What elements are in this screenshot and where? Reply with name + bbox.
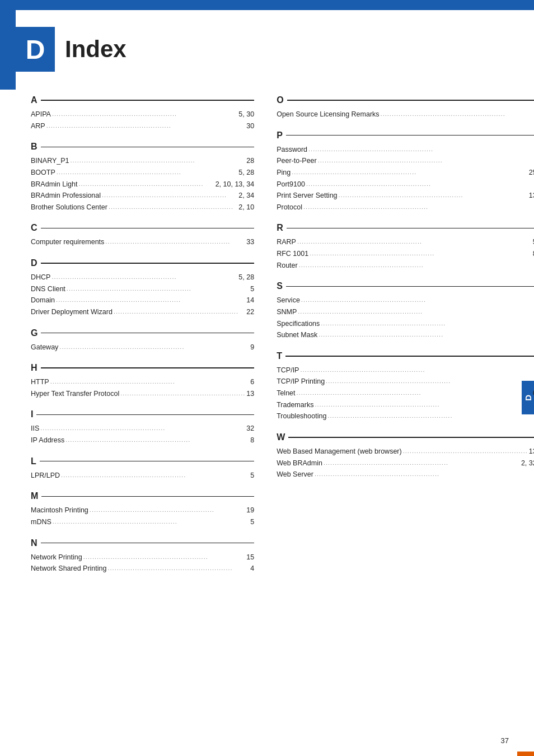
index-entry: Domain .................................…: [31, 295, 254, 306]
section-n: NNetwork Printing ......................…: [31, 538, 254, 575]
index-entry: IP Address .............................…: [31, 435, 254, 446]
entry-dots: ........................................…: [303, 202, 534, 213]
entry-name: Service: [277, 295, 300, 306]
entry-name: Domain: [31, 295, 55, 306]
index-entry: LPR/LPD ................................…: [31, 470, 254, 482]
chapter-letter-box: D: [16, 27, 55, 72]
index-entry: Web BRAdmin ............................…: [277, 458, 534, 469]
entry-name: Specifications: [277, 318, 320, 330]
entry-name: Troubleshooting: [277, 410, 326, 422]
entry-dots: ........................................…: [78, 179, 214, 190]
entry-dots: ........................................…: [109, 202, 237, 213]
section-m: MMacintosh Printing ....................…: [31, 491, 254, 528]
chapter-header: D Index: [16, 10, 262, 88]
entry-name: IIS: [31, 423, 39, 435]
entry-name: Brother Solutions Center: [31, 202, 107, 213]
entry-name: mDNS: [31, 516, 51, 528]
entry-name: DHCP: [31, 272, 50, 283]
entry-name: Gateway: [31, 342, 58, 353]
entry-name: Password: [277, 144, 307, 156]
index-entry: Driver Deployment Wizard ...............…: [31, 306, 254, 318]
section-divider: [286, 135, 534, 136]
index-entry: Gateway ................................…: [31, 342, 254, 353]
entry-page: 30: [246, 120, 254, 132]
entry-name: RFC 1001: [277, 248, 308, 260]
index-entry: BINARY_P1 ..............................…: [31, 155, 254, 167]
section-c: CComputer requirements .................…: [31, 223, 254, 248]
index-entry: DNS Client .............................…: [31, 283, 254, 295]
section-divider: [287, 100, 534, 101]
section-header: R: [277, 223, 534, 233]
entry-page: 4: [250, 563, 254, 575]
index-entry: Telnet .................................…: [277, 388, 534, 399]
section-letter: A: [31, 95, 38, 105]
section-header: H: [31, 363, 254, 373]
bottom-right-accent: [517, 752, 534, 756]
index-entry: ARP ....................................…: [31, 120, 254, 132]
section-header: G: [31, 328, 254, 338]
entry-name: Router: [277, 260, 298, 272]
section-letter: S: [277, 281, 283, 291]
entry-dots: ........................................…: [51, 272, 237, 283]
entry-name: APIPA: [31, 109, 51, 120]
section-d: DDHCP ..................................…: [31, 258, 254, 318]
index-entry: Network Shared Printing ................…: [31, 563, 254, 575]
index-entry: BOOTP ..................................…: [31, 167, 254, 179]
section-divider: [41, 263, 255, 264]
entry-dots: ........................................…: [120, 388, 245, 400]
section-letter: O: [277, 95, 283, 105]
entry-page: 22: [246, 306, 254, 318]
section-letter: I: [31, 409, 33, 419]
section-letter: D: [31, 258, 38, 268]
section-header: B: [31, 142, 254, 152]
section-divider: [40, 461, 254, 462]
left-accent: [0, 0, 16, 90]
index-entry: Specifications .........................…: [277, 318, 534, 330]
section-divider: [41, 147, 255, 148]
entry-dots: ........................................…: [381, 109, 534, 120]
entry-dots: ........................................…: [326, 376, 534, 388]
section-letter: H: [31, 363, 38, 373]
chapter-title: Index: [65, 36, 127, 63]
index-entry: TCP/IP Printing ........................…: [277, 376, 534, 388]
section-header: A: [31, 95, 254, 105]
index-entry: Print Server Setting ...................…: [277, 190, 534, 202]
section-w: WWeb Based Management (web browser) ....…: [277, 432, 534, 480]
entry-dots: ........................................…: [90, 505, 245, 516]
left-column: AAPIPA .................................…: [31, 95, 254, 739]
index-entry: mDNS ...................................…: [31, 516, 254, 528]
entry-dots: ........................................…: [83, 552, 246, 563]
index-entry: BRAdmin Professional ...................…: [31, 190, 254, 202]
index-entry: SNMP ...................................…: [277, 306, 534, 318]
entry-page: 15: [246, 552, 254, 563]
entry-dots: ........................................…: [292, 167, 528, 179]
section-b: BBINARY_P1 .............................…: [31, 142, 254, 213]
entry-page: 33: [246, 236, 254, 248]
entry-dots: ........................................…: [59, 342, 249, 353]
index-entry: Trademarks .............................…: [277, 399, 534, 411]
entry-name: BOOTP: [31, 167, 55, 179]
entry-name: Print Server Setting: [277, 190, 337, 202]
entry-page: 32: [246, 423, 254, 435]
entry-dots: ........................................…: [318, 155, 534, 167]
section-s: SService ...............................…: [277, 281, 534, 341]
entry-page: 6: [250, 376, 254, 388]
entry-dots: ........................................…: [321, 318, 534, 330]
right-column: OOpen Source Licensing Remarks .........…: [277, 95, 534, 739]
entry-name: Web Server: [277, 469, 313, 480]
entry-dots: ........................................…: [327, 410, 534, 422]
entry-dots: ........................................…: [107, 563, 249, 575]
index-entry: RARP ...................................…: [277, 236, 534, 248]
section-header: N: [31, 538, 254, 548]
section-letter: G: [31, 328, 38, 338]
entry-name: Network Printing: [31, 552, 82, 563]
section-header: S: [277, 281, 534, 291]
section-header: I: [31, 409, 254, 419]
entry-dots: ........................................…: [297, 236, 532, 248]
entry-page: 2, 32, 34: [521, 458, 534, 469]
section-l: LLPR/LPD ...............................…: [31, 456, 254, 482]
section-divider: [288, 437, 534, 438]
index-entry: Peer-to-Peer ...........................…: [277, 155, 534, 167]
entry-dots: ........................................…: [297, 388, 532, 399]
entry-name: HTTP: [31, 376, 49, 388]
